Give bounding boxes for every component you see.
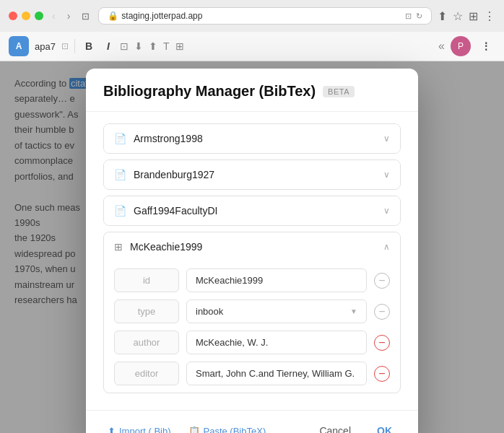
browser-chrome: ‹ › ⊡ 🔒 staging.jotterpad.app ⊡ ↻ ⬆ ☆ ⊞ … bbox=[0, 0, 504, 32]
field-label-author: author bbox=[114, 331, 179, 354]
avatar: P bbox=[451, 36, 471, 56]
file-icon: 📄 bbox=[114, 205, 126, 216]
grid-icon: ⊞ bbox=[114, 241, 123, 253]
more-icon[interactable]: ⋮ bbox=[484, 9, 495, 23]
dropdown-arrow-icon: ▼ bbox=[350, 307, 357, 315]
app-icon: A bbox=[9, 36, 29, 56]
file-icon: 📄 bbox=[114, 133, 126, 144]
italic-button[interactable]: I bbox=[103, 38, 114, 54]
field-action-id[interactable]: − bbox=[374, 273, 390, 289]
modal-overlay: Bibliography Manager (BibTex) BETA 📄 Arm… bbox=[0, 61, 504, 433]
chevron-down-icon-gaff: ∨ bbox=[383, 206, 390, 216]
field-label-id: id bbox=[114, 268, 179, 292]
collapse-button[interactable]: « bbox=[438, 40, 445, 53]
toolbar-icon-3[interactable]: ⬆ bbox=[149, 40, 157, 52]
field-row-id: id McKeachie1999 − bbox=[114, 268, 390, 292]
cancel-button[interactable]: Cancel bbox=[310, 421, 360, 433]
right-toolbar: « P ⋮ bbox=[438, 36, 495, 56]
beta-badge: BETA bbox=[323, 86, 355, 97]
toolbar-icon-5[interactable]: ⊞ bbox=[175, 40, 184, 52]
chevron-down-icon-armstrong: ∨ bbox=[383, 134, 390, 144]
url-text: staging.jotterpad.app bbox=[121, 11, 202, 21]
modal-footer: ⬆ Import (.Bib) 📋 Paste (BibTeX) Cancel … bbox=[86, 410, 418, 433]
citation-name-mckeachie: McKeachie1999 bbox=[130, 241, 376, 253]
main-area: According to citation separately… e gues… bbox=[0, 61, 504, 433]
field-label-type: type bbox=[114, 299, 179, 323]
refresh-icon: ↻ bbox=[416, 12, 422, 21]
download-icon[interactable]: ⬆ bbox=[438, 9, 447, 23]
paste-bibtex-button[interactable]: 📋 Paste (BibTeX) bbox=[184, 423, 271, 434]
chevron-down-icon-brandenburg: ∨ bbox=[383, 170, 390, 180]
toolbar-icon-2[interactable]: ⬇ bbox=[134, 40, 143, 52]
cast-icon: ⊡ bbox=[405, 12, 412, 21]
close-button[interactable] bbox=[9, 12, 17, 20]
extensions-icon[interactable]: ⊞ bbox=[469, 9, 478, 23]
citation-item-gaff: 📄 Gaff1994FacultyDI ∨ bbox=[103, 196, 401, 226]
modal-body: 📄 Armstrong1998 ∨ 📄 Brandenburg1927 ∨ bbox=[86, 112, 418, 410]
fullscreen-button[interactable] bbox=[35, 12, 43, 20]
import-bib-button[interactable]: ⬆ Import (.Bib) bbox=[103, 423, 175, 434]
back-button[interactable]: ‹ bbox=[49, 9, 58, 23]
field-action-author-remove[interactable]: − bbox=[374, 335, 390, 351]
paste-icon: 📋 bbox=[188, 426, 200, 434]
citation-name-gaff: Gaff1994FacultyDI bbox=[134, 205, 376, 216]
app-toolbar: A apa7 ⊡ B I ⊡ ⬇ ⬆ T ⊞ « P ⋮ bbox=[0, 32, 504, 61]
bookmark-icon[interactable]: ☆ bbox=[453, 9, 463, 23]
field-input-type[interactable]: inbook ▼ bbox=[186, 299, 367, 323]
lock-icon: 🔒 bbox=[108, 11, 118, 21]
citation-name-brandenburg: Brandenburg1927 bbox=[134, 169, 376, 180]
url-bar[interactable]: 🔒 staging.jotterpad.app ⊡ ↻ bbox=[98, 7, 432, 25]
field-row-editor: editor Smart, John C.and Tierney, Willia… bbox=[114, 362, 390, 385]
field-row-author: author McKeachie, W. J. − bbox=[114, 331, 390, 354]
citation-item-armstrong: 📄 Armstrong1998 ∨ bbox=[103, 123, 401, 154]
field-row-type: type inbook ▼ − bbox=[114, 299, 390, 323]
more-options-button[interactable]: ⋮ bbox=[477, 38, 495, 54]
bold-button[interactable]: B bbox=[81, 38, 97, 54]
bibliography-modal: Bibliography Manager (BibTex) BETA 📄 Arm… bbox=[86, 69, 418, 433]
forward-button[interactable]: › bbox=[64, 9, 74, 23]
traffic-lights bbox=[9, 12, 43, 20]
ok-button[interactable]: OK bbox=[368, 421, 401, 433]
file-icon: 📄 bbox=[114, 169, 126, 180]
modal-header: Bibliography Manager (BibTex) BETA bbox=[86, 69, 418, 112]
doc-badge: ⊡ bbox=[61, 41, 69, 51]
sidebar-toggle-button[interactable]: ⊡ bbox=[79, 9, 92, 23]
modal-title: Bibliography Manager (BibTex) bbox=[103, 83, 316, 100]
minimize-button[interactable] bbox=[22, 12, 30, 20]
citation-header-brandenburg[interactable]: 📄 Brandenburg1927 ∨ bbox=[104, 160, 400, 189]
toolbar-separator bbox=[74, 39, 75, 53]
citation-header-gaff[interactable]: 📄 Gaff1994FacultyDI ∨ bbox=[104, 196, 400, 225]
field-action-type[interactable]: − bbox=[374, 304, 390, 320]
field-action-editor-remove[interactable]: − bbox=[374, 366, 390, 382]
citation-item-brandenburg: 📄 Brandenburg1927 ∨ bbox=[103, 159, 401, 190]
field-value-type: inbook bbox=[196, 306, 223, 317]
title-bar: ‹ › ⊡ 🔒 staging.jotterpad.app ⊡ ↻ ⬆ ☆ ⊞ … bbox=[0, 0, 504, 32]
import-icon: ⬆ bbox=[108, 426, 116, 434]
citation-header-mckeachie[interactable]: ⊞ McKeachie1999 ∧ bbox=[104, 232, 400, 261]
chevron-up-icon-mckeachie: ∧ bbox=[383, 242, 390, 252]
doc-name: apa7 bbox=[35, 41, 56, 52]
field-input-editor[interactable]: Smart, John C.and Tierney, William G. bbox=[186, 362, 367, 385]
citation-item-mckeachie: ⊞ McKeachie1999 ∧ id McKeachie1999 − bbox=[103, 232, 401, 393]
field-label-editor: editor bbox=[114, 362, 179, 385]
citation-name-armstrong: Armstrong1998 bbox=[134, 133, 376, 144]
browser-toolbar-actions: ⬆ ☆ ⊞ ⋮ bbox=[438, 9, 495, 23]
citation-expanded-body-mckeachie: id McKeachie1999 − type inbook ▼ − bbox=[104, 261, 400, 393]
field-input-author[interactable]: McKeachie, W. J. bbox=[186, 331, 367, 354]
toolbar-icon-4[interactable]: T bbox=[163, 40, 170, 52]
citation-header-armstrong[interactable]: 📄 Armstrong1998 ∨ bbox=[104, 124, 400, 153]
field-input-id[interactable]: McKeachie1999 bbox=[186, 268, 367, 292]
toolbar-icon-1[interactable]: ⊡ bbox=[120, 40, 129, 52]
